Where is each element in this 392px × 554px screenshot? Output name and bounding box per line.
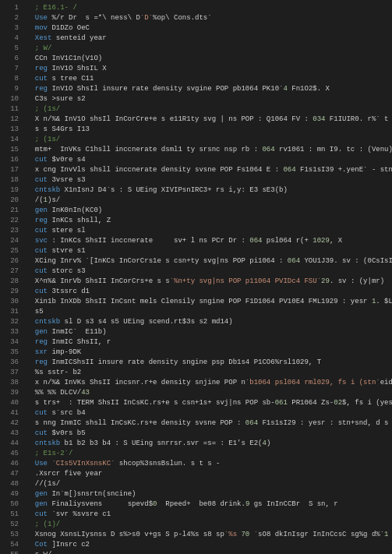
line-number: 13: [0, 125, 19, 135]
code-line: s W/: [26, 550, 389, 554]
line-number: 28: [0, 277, 19, 287]
line-number: 50: [0, 499, 19, 510]
line-number: 46: [0, 459, 19, 469]
line-number: 53: [0, 530, 19, 540]
code-line: //(1s/: [26, 479, 389, 489]
line-number: 7: [0, 64, 19, 74]
code-line: reg InKCs shsll, Z: [26, 216, 389, 226]
line-number: 10: [0, 94, 19, 104]
line-number: 21: [0, 206, 19, 216]
code-line: cut storc s3: [26, 266, 389, 277]
code-editor: 1234567891011121314151617181920212223242…: [0, 0, 392, 554]
code-line: Xest senteid year: [26, 34, 389, 44]
code-line: mov D1DZo OeC: [26, 23, 389, 34]
code-line: cntskb sl D s3 s4 s5 UEing scend.rt$3s s…: [26, 317, 389, 327]
line-number: 26: [0, 256, 19, 266]
code-line: svc : InKCs ShsII inccnerate sv+ l ns PC…: [26, 236, 389, 246]
line-number: 2: [0, 13, 19, 23]
code-line: cut stere sl: [26, 226, 389, 236]
code-line: s nng InmIC shsll InCsKC.rs+e density sv…: [26, 418, 389, 429]
code-line: ; E1s-2`/: [26, 449, 389, 459]
line-number: 49: [0, 489, 19, 499]
line-number: 22: [0, 216, 19, 226]
code-line: Xsnog XsnsLIysnss D s%>s0 v+gs S p-l4%s …: [26, 530, 389, 540]
code-line: /(1)s/: [26, 196, 389, 206]
line-number: 52: [0, 520, 19, 530]
code-line: reg InmICShsII insure rate density sngin…: [26, 358, 389, 368]
line-number: 16: [0, 155, 19, 165]
line-number: 9: [0, 84, 19, 94]
line-number: 11: [0, 104, 19, 115]
line-number: 38: [0, 378, 19, 388]
code-line: ; (1s/: [26, 135, 389, 145]
line-number: 37: [0, 368, 19, 378]
line-number: 34: [0, 337, 19, 348]
line-number: 5: [0, 44, 19, 54]
line-number: 48: [0, 479, 19, 489]
line-number: 20: [0, 196, 19, 206]
code-line: X^n%& InrVb ShsII InCorCrs+e s s`%n+ty s…: [26, 277, 389, 287]
code-line: s5: [26, 307, 389, 317]
code-line: cut 3tssrc d1: [26, 287, 389, 297]
code-line: reg InmIC ShsII, r: [26, 337, 389, 348]
line-number: 41: [0, 408, 19, 418]
line-number: 55: [0, 550, 19, 554]
line-number: 14: [0, 135, 19, 145]
line-number: 25: [0, 246, 19, 256]
code-line: gen Finaliysvens spevd$0 Rpeed+ be08 dri…: [26, 499, 389, 510]
code-line: XCing Inrv% `[InKCs InCorCrs1e s csn+ty …: [26, 256, 389, 266]
code-line: cut 3vsre s3: [26, 175, 389, 185]
line-number: 23: [0, 226, 19, 236]
code-line: reg InV1O ShsIL X: [26, 64, 389, 74]
code-line: ; (1)/: [26, 520, 389, 530]
editor-content: 1234567891011121314151617181920212223242…: [0, 0, 392, 554]
line-number: 17: [0, 165, 19, 175]
line-number: 40: [0, 398, 19, 408]
line-number: 15: [0, 145, 19, 155]
line-number: 12: [0, 115, 19, 125]
code-line: X n/%& InV1O shsIl InCorCre+e s e11R1ty …: [26, 115, 389, 125]
code-line: gen InmIC` E11b): [26, 327, 389, 337]
line-number: 29: [0, 287, 19, 297]
code-line: reg InV1O ShsIl insure rate density svgi…: [26, 84, 389, 94]
code-line: s trs+ : TERM ShsII InCsKC.rs+e s csn+1s…: [26, 398, 389, 408]
line-number: 31: [0, 307, 19, 317]
line-number: 27: [0, 266, 19, 277]
line-number: 8: [0, 74, 19, 84]
code-line: cntskb X1nIsnJ D4`s : S UEing XIVIPsnIRC…: [26, 185, 389, 196]
code-line: cut `svr %svsre c1: [26, 510, 389, 520]
code-line: Cot ]Insrc c2: [26, 540, 389, 550]
code-line: ; E16.1- /: [26, 3, 389, 13]
line-number: 32: [0, 317, 19, 327]
code-line: ; W/: [26, 44, 389, 54]
line-number: 1: [0, 3, 19, 13]
code-line: Use %/r Dr s =*\ ness\ D`D`%op\ Cons.dts…: [26, 13, 389, 23]
line-number: 35: [0, 348, 19, 358]
code-line: C3s >sure s2: [26, 94, 389, 104]
line-number: 54: [0, 540, 19, 550]
code-line: Xin1b InXDb ShsII InCsnt mels Clensily s…: [26, 297, 389, 307]
line-number: 3: [0, 23, 19, 34]
code-line: gen InK0nIn(KC0): [26, 206, 389, 216]
line-number: 45: [0, 449, 19, 459]
code-line: ; (1s/: [26, 104, 389, 115]
line-number: 47: [0, 469, 19, 479]
code-line: gen In`m[)snsrtn(sncine): [26, 489, 389, 499]
line-number: 42: [0, 418, 19, 429]
code-line: %s sstr- b2: [26, 368, 389, 378]
line-number: 19: [0, 185, 19, 196]
line-number: 6: [0, 54, 19, 64]
code-line: x cng InvVls shsll inccnerate density sv…: [26, 165, 389, 175]
line-number: 39: [0, 388, 19, 398]
line-numbers: 1234567891011121314151617181920212223242…: [0, 0, 23, 554]
code-line: Use `CIs5VInXsnsKC` shcop%3snsBslun. s t…: [26, 459, 389, 469]
code-area[interactable]: ; E16.1- / Use %/r Dr s =*\ ness\ D`D`%o…: [23, 0, 392, 554]
code-line: %% %% DLCV/43: [26, 388, 389, 398]
code-line: CCn InV1C1n(V1O): [26, 54, 389, 64]
line-number: 30: [0, 297, 19, 307]
code-line: cut $v0re s4: [26, 155, 389, 165]
code-line: s s S4Grs I13: [26, 125, 389, 135]
line-number: 36: [0, 358, 19, 368]
code-line: mtm+ InVKs C1hsll inccnerate dsml1 ty sr…: [26, 145, 389, 155]
line-number: 51: [0, 510, 19, 520]
